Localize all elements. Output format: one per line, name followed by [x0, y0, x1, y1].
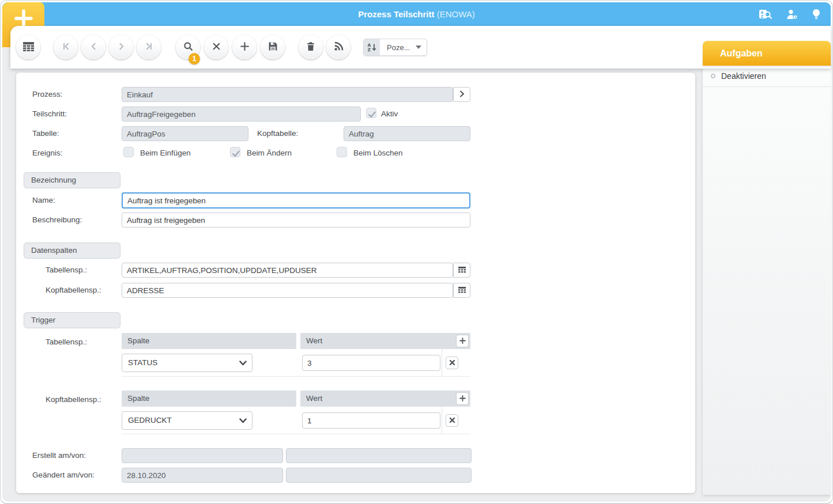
next-record-button[interactable] — [109, 35, 133, 59]
beim-einfuegen-checkbox[interactable] — [123, 147, 134, 157]
chevron-down-icon — [239, 418, 247, 423]
svg-text:Z: Z — [367, 47, 371, 52]
last-record-icon — [144, 41, 154, 53]
titlebar-icons: AZ — [759, 2, 820, 26]
column-header-wert: Wert — [300, 391, 470, 407]
feed-icon — [334, 41, 344, 53]
teilschritt-field — [122, 107, 361, 122]
plus-icon — [459, 395, 466, 403]
aktiv-checkbox[interactable] — [366, 108, 376, 118]
previous-record-button[interactable] — [81, 35, 105, 59]
beschreibung-label: Beschreibung: — [32, 215, 82, 224]
tabelle-field — [122, 126, 248, 141]
beim-aendern-checkbox[interactable] — [230, 147, 240, 157]
remove-row-button[interactable] — [446, 357, 458, 369]
bullet-icon — [711, 74, 715, 78]
erstellt-benutzer-field — [286, 448, 472, 463]
close-icon — [449, 416, 455, 425]
search-button[interactable]: 1 — [176, 35, 200, 59]
aktiv-label: Aktiv — [381, 109, 398, 118]
erstellt-datum-field — [122, 448, 283, 463]
delete-button[interactable] — [299, 35, 323, 59]
wert-input[interactable] — [302, 355, 440, 371]
chevron-down-icon — [416, 46, 427, 49]
table-columns-icon — [458, 266, 466, 275]
geaendert-benutzer-field — [286, 468, 472, 483]
cancel-button[interactable] — [204, 35, 228, 59]
next-record-icon — [116, 41, 126, 53]
chevron-right-icon — [458, 90, 465, 99]
add-record-button[interactable] — [232, 35, 257, 59]
section-bezeichnung: Bezeichnung — [24, 172, 120, 188]
kopftabelle-label: Kopftabelle: — [257, 129, 298, 138]
page-title: Prozess Teilschritt (ENOWA) — [2, 2, 831, 26]
spalte-select[interactable]: GEDRUCKT — [122, 411, 252, 430]
user-session-icon[interactable] — [786, 9, 798, 20]
beim-loeschen-checkbox[interactable] — [337, 147, 347, 157]
page-title-suffix: (ENOWA) — [437, 9, 475, 19]
close-icon — [449, 359, 455, 367]
previous-record-icon — [89, 41, 99, 53]
search-result-badge: 1 — [189, 53, 200, 65]
sort-selected-value: Poze... — [380, 43, 416, 52]
first-record-icon — [61, 41, 71, 53]
section-trigger: Trigger — [24, 312, 120, 328]
trigger-kopftabellensp-label: Kopftabellensp.: — [46, 395, 101, 404]
tasks-panel: Deaktivieren — [703, 66, 831, 495]
name-label: Name: — [32, 196, 55, 204]
beschreibung-input[interactable] — [122, 213, 470, 228]
translate-search-icon[interactable]: AZ — [759, 9, 772, 20]
trigger-tabellensp-label: Tabellensp.: — [46, 338, 87, 346]
tabellensp-column-picker-button[interactable] — [453, 263, 470, 278]
prozess-label: Prozess: — [32, 90, 63, 98]
kopftabelle-field — [344, 126, 470, 141]
last-record-button[interactable] — [137, 35, 161, 59]
page-title-text: Prozess Teilschritt — [358, 9, 434, 19]
svg-text:Z: Z — [760, 14, 763, 19]
geaendert-datum-field — [122, 468, 283, 483]
form-panel: Prozess: Teilschritt: Aktiv Tabelle: Kop… — [16, 73, 695, 493]
tabellensp-input[interactable] — [122, 263, 453, 278]
column-header-spalte: Spalte — [122, 391, 296, 407]
grid-view-button[interactable] — [16, 35, 40, 59]
publish-feed-button[interactable] — [326, 35, 350, 59]
grid-icon — [23, 42, 34, 53]
tasks-panel-header: Aufgaben — [703, 41, 831, 66]
beim-einfuegen-label: Beim Einfügen — [140, 149, 191, 157]
task-item-label: Deaktivieren — [721, 71, 766, 81]
trigger-table-kopftabellensp: Spalte Wert GEDRUCKT — [122, 391, 470, 434]
beim-loeschen-label: Beim Löschen — [353, 149, 403, 157]
first-record-button[interactable] — [54, 35, 78, 59]
name-input[interactable] — [122, 192, 470, 209]
kopftabellensp-column-picker-button[interactable] — [453, 283, 470, 298]
lightbulb-icon[interactable] — [812, 9, 820, 20]
tabellensp-label: Tabellensp.: — [46, 266, 87, 274]
kopftabellensp-input[interactable] — [122, 283, 453, 298]
tabelle-label: Tabelle: — [32, 129, 59, 138]
plus-icon — [240, 41, 250, 53]
beim-aendern-label: Beim Ändern — [247, 149, 292, 157]
section-datenspalten: Datenspalten — [24, 242, 120, 259]
title-bar: Prozess Teilschritt (ENOWA) AZ — [2, 2, 831, 26]
sort-dropdown[interactable]: AZ Poze... — [363, 39, 427, 56]
table-row: GEDRUCKT — [122, 407, 470, 434]
erstellt-label: Erstellt am/von: — [32, 451, 86, 460]
task-item-deaktivieren[interactable]: Deaktivieren — [703, 66, 831, 87]
remove-row-button[interactable] — [446, 414, 458, 427]
sort-az-icon: AZ — [364, 39, 380, 55]
geaendert-label: Geändert am/von: — [32, 471, 95, 479]
kopftabellensp-label: Kopftabellensp.: — [46, 286, 101, 294]
spalte-select[interactable]: STATUS — [122, 354, 252, 372]
add-row-button[interactable] — [456, 392, 469, 405]
spalte-select-value: GEDRUCKT — [128, 416, 172, 425]
save-button[interactable] — [261, 35, 285, 59]
table-columns-icon — [458, 286, 466, 295]
chevron-down-icon — [239, 361, 247, 366]
prozess-open-button[interactable] — [453, 87, 470, 102]
wert-input[interactable] — [302, 412, 440, 429]
trash-icon — [306, 41, 315, 53]
prozess-field — [122, 87, 453, 102]
add-row-button[interactable] — [456, 335, 469, 347]
spalte-select-value: STATUS — [128, 358, 157, 367]
plus-icon — [459, 337, 466, 346]
